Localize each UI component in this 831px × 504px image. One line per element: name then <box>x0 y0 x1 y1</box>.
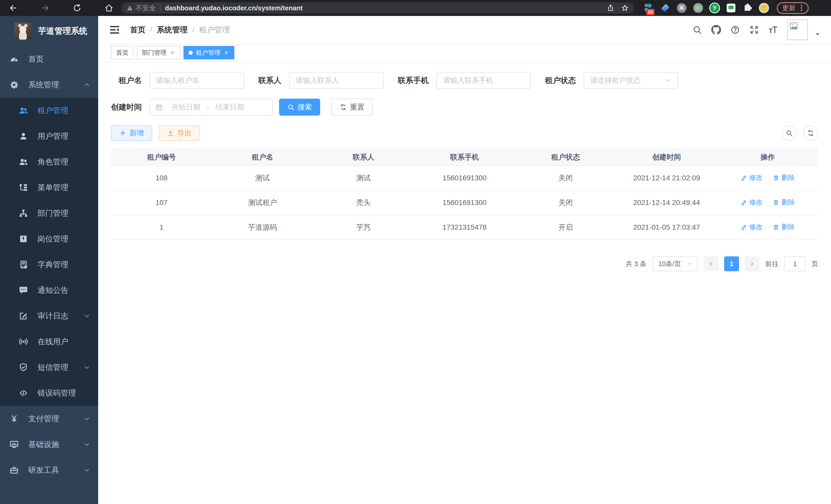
sidebar-item[interactable]: 错误码管理 <box>0 380 98 406</box>
avatar[interactable] <box>787 20 808 40</box>
tree-icon <box>19 183 28 192</box>
sidebar-item[interactable]: 研发工具 <box>0 457 98 483</box>
browser-forward-icon[interactable] <box>40 3 50 12</box>
close-tab-icon[interactable] <box>224 50 229 56</box>
github-icon[interactable] <box>711 25 721 35</box>
table-cell: 秃头 <box>313 190 414 215</box>
table-cell: 17321315478 <box>414 215 515 240</box>
delete-tenant-link[interactable]: 删除 <box>773 223 795 232</box>
edit-tenant-link[interactable]: 修改 <box>741 223 763 232</box>
grid-badge-icon[interactable]: 10 <box>643 2 655 13</box>
contact-field[interactable] <box>289 72 384 89</box>
create-time-range-picker[interactable]: - <box>149 99 273 116</box>
start-date-input[interactable] <box>167 103 205 111</box>
add-tenant-button[interactable]: 新增 <box>111 125 152 141</box>
prev-page-button[interactable] <box>704 256 718 271</box>
header-search-icon[interactable] <box>692 25 702 35</box>
search-button[interactable]: 搜索 <box>279 99 320 116</box>
sidebar-item[interactable]: 通知公告 <box>0 277 98 303</box>
sidebar-item[interactable]: 审计日志 <box>0 303 98 329</box>
next-page-button[interactable] <box>745 256 760 271</box>
tenant-page: 租户名 联系人 联系手机 租户状态 请选择租户状态 <box>98 62 831 504</box>
tenant-name-input[interactable] <box>156 76 237 85</box>
puzzle-icon[interactable] <box>742 2 753 13</box>
sidebar-item[interactable]: 短信管理 <box>0 355 98 380</box>
browser-home-icon[interactable] <box>104 3 114 12</box>
sidebar-item[interactable]: 在线用户 <box>0 329 98 355</box>
mobile-field[interactable] <box>436 72 531 89</box>
command-icon[interactable]: ⌘ <box>676 2 687 13</box>
sidebar-item-label: 在线用户 <box>37 336 68 347</box>
view-tab[interactable]: 部门管理 <box>137 46 180 59</box>
app-logo[interactable]: 芋道管理系统 <box>0 16 98 46</box>
sidebar-item[interactable]: 角色管理 <box>0 149 98 175</box>
sidebar-item[interactable]: 支付管理 <box>0 406 98 432</box>
address-bar[interactable]: 不安全 dashboard.yudao.iocoder.cn/system/te… <box>121 2 634 13</box>
sidebar-item-label: 首页 <box>28 54 44 64</box>
sidebar-item[interactable]: 基础设施 <box>0 432 98 457</box>
sidebar-item[interactable]: 菜单管理 <box>0 175 98 200</box>
sidebar-submenu-system: 租户管理 用户管理 角色管理 菜单管理 部门管理 <box>0 98 98 406</box>
sidebar-item[interactable]: 首页 <box>0 46 98 72</box>
table-cell: 1 <box>111 215 212 240</box>
sidebar-item[interactable]: 租户管理 <box>0 98 98 123</box>
view-tab[interactable]: 租户管理 <box>183 46 234 59</box>
breadcrumb-label[interactable]: 租户管理 <box>199 25 230 35</box>
current-page-button[interactable]: 1 <box>724 256 739 271</box>
security-label[interactable]: 不安全 <box>136 4 156 12</box>
refresh-table-button[interactable] <box>803 126 818 141</box>
table-cell: 芋道源码 <box>212 215 313 240</box>
message-icon <box>19 286 28 295</box>
browser-update-button[interactable]: 更新 <box>777 2 809 14</box>
mobile-input[interactable] <box>443 76 524 85</box>
delete-tenant-link[interactable]: 删除 <box>773 173 795 182</box>
contact-input[interactable] <box>296 76 377 85</box>
toggle-search-button[interactable] <box>782 126 797 141</box>
close-tab-icon[interactable] <box>170 50 175 56</box>
kite-icon[interactable] <box>660 2 671 13</box>
fullscreen-icon[interactable] <box>749 25 759 35</box>
top-navbar: 首页 / 系统管理 / 租户管理 <box>98 16 831 44</box>
tenant-status-select[interactable]: 请选择租户状态 <box>583 72 678 89</box>
goto-page-input[interactable] <box>784 256 806 271</box>
end-date-input[interactable] <box>210 103 249 111</box>
sidebar-item[interactable]: 系统管理 <box>0 72 98 98</box>
avatar-caret-icon[interactable] <box>814 31 821 37</box>
emoji-icon[interactable] <box>758 2 770 13</box>
security-warning-icon[interactable] <box>126 5 133 11</box>
sidebar-toggle-icon[interactable] <box>109 24 120 35</box>
sidebar-item[interactable]: 部门管理 <box>0 200 98 226</box>
edit-tenant-link[interactable]: 修改 <box>741 173 763 182</box>
edit-tenant-link[interactable]: 修改 <box>741 198 763 207</box>
tenant-name-field[interactable] <box>149 72 244 89</box>
browser-back-icon[interactable] <box>9 3 18 12</box>
breadcrumb-label[interactable]: 系统管理 <box>157 25 188 35</box>
sidebar-item-label: 通知公告 <box>37 285 68 296</box>
table-cell: 2021-12-14 20:49:44 <box>616 190 717 215</box>
delete-tenant-link[interactable]: 删除 <box>773 198 795 207</box>
sidebar-item-label: 用户管理 <box>37 131 68 142</box>
font-size-icon[interactable] <box>768 25 778 35</box>
export-button[interactable]: 导出 <box>159 125 200 141</box>
sidebar-item-label: 错误码管理 <box>37 388 76 398</box>
letter-y-icon[interactable]: Y <box>709 2 720 13</box>
help-icon[interactable] <box>730 25 740 35</box>
share-icon[interactable] <box>607 4 614 12</box>
chat-icon[interactable] <box>725 2 737 13</box>
table-cell: 15601691300 <box>414 166 515 190</box>
reset-button[interactable]: 重置 <box>332 99 373 116</box>
record-icon[interactable] <box>692 2 704 13</box>
browser-menu-icon[interactable] <box>798 4 805 12</box>
sidebar-item[interactable]: 字典管理 <box>0 252 98 277</box>
breadcrumb-label[interactable]: 首页 <box>130 25 145 35</box>
bookmark-star-icon[interactable] <box>621 4 629 12</box>
sidebar-item[interactable]: 用户管理 <box>0 123 98 149</box>
view-tab[interactable]: 首页 <box>111 46 134 59</box>
arrow-right-icon <box>749 261 755 267</box>
sidebar-item-label: 角色管理 <box>37 157 68 167</box>
sidebar-item-label: 支付管理 <box>28 414 59 424</box>
browser-reload-icon[interactable] <box>73 3 82 12</box>
page-size-select[interactable]: 10条/页 <box>652 256 698 271</box>
sidebar-item[interactable]: 岗位管理 <box>0 226 98 252</box>
table-column-header: 创建时间 <box>616 149 717 166</box>
